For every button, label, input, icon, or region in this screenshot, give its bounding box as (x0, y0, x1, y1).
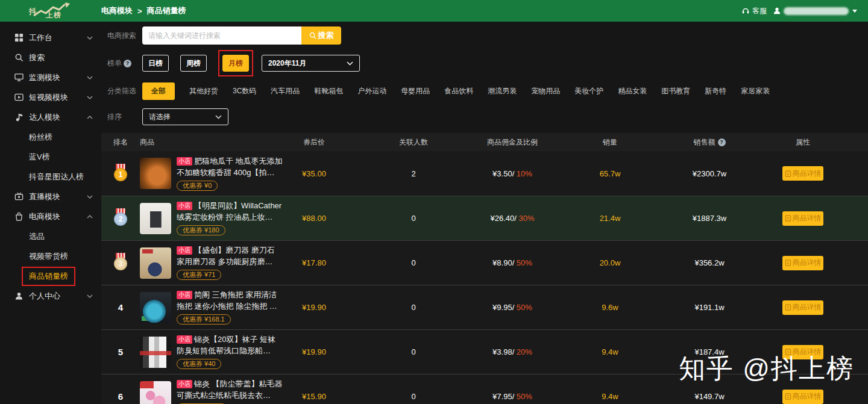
price-cell: ¥15.90 (271, 392, 357, 401)
sidebar-item-live[interactable]: 直播模块 (0, 187, 101, 207)
category-chip[interactable]: 全部 (142, 82, 175, 100)
product-detail-button[interactable]: 商品详情 (782, 256, 823, 270)
shop-badge: 小店 (177, 157, 192, 166)
info-icon: ? (718, 138, 726, 146)
rank-number: 4 (101, 302, 140, 312)
breadcrumb-parent[interactable]: 电商模块 (101, 5, 133, 16)
revenue-cell: ¥191.1w (665, 303, 753, 312)
breadcrumb-separator: > (137, 7, 142, 16)
rank-tab[interactable]: 日榜 (142, 55, 169, 72)
product-title: 小店肥猫地瓜干 地瓜枣无添加 (177, 157, 271, 166)
sales-cell: 65.7w (555, 169, 665, 178)
sidebar-item-bag[interactable]: 电商模块 (0, 207, 101, 226)
category-chip[interactable]: 潮流男装 (488, 86, 517, 96)
category-chip[interactable]: 新奇特 (705, 86, 726, 96)
table-row: 1 小店肥猫地瓜干 地瓜枣无添加 不加糖软糯香甜 400g【拍… 优惠券 ¥0 … (101, 151, 868, 196)
revenue-cell: ¥149.7w (665, 392, 753, 401)
chevron-down-icon (87, 76, 93, 79)
category-chip[interactable]: 食品饮料 (444, 86, 473, 96)
document-icon (785, 215, 791, 222)
user-account-menu[interactable] (773, 7, 857, 15)
category-chip[interactable]: 母婴用品 (401, 86, 430, 96)
category-chip[interactable]: 精品女装 (618, 86, 647, 96)
customer-service-button[interactable]: 客服 (741, 6, 767, 16)
sales-cell: 9.4w (555, 347, 665, 356)
related-people-cell: 0 (357, 303, 470, 312)
sort-select[interactable]: 请选择 (142, 108, 228, 125)
product-title: 小店【盛创】磨刀器 磨刀石 (177, 246, 271, 255)
sidebar-item-monitor[interactable]: 监测模块 (0, 67, 101, 87)
category-chip[interactable]: 3C数码 (233, 86, 256, 96)
sidebar-item-grid[interactable]: 工作台 (0, 28, 101, 48)
rank-medal-bronze: 3 (113, 253, 128, 273)
column-header: 排名 (101, 137, 140, 148)
commission-cell: ¥26.40/ 30% (470, 214, 555, 223)
category-chip[interactable]: 户外运动 (357, 86, 386, 96)
product-image (140, 292, 171, 323)
sidebar-subitem[interactable]: 视频带货榜 (0, 246, 101, 266)
shop-badge: 小店 (177, 291, 192, 299)
column-header: 销售额? (665, 137, 753, 148)
sidebar-subitem[interactable]: 粉丝榜 (0, 127, 101, 147)
document-icon (785, 393, 791, 400)
product-cell: 小店肥猫地瓜干 地瓜枣无添加 不加糖软糯香甜 400g【拍… 优惠券 ¥0 (140, 157, 271, 191)
product-cell: 小店简阁 三角拖把 家用清洁 拖把 迷你小拖把 除尘拖把 … 优惠券 ¥168.… (140, 290, 271, 325)
category-chip[interactable]: 宠物用品 (531, 86, 560, 96)
shop-badge: 小店 (177, 380, 192, 388)
app-logo[interactable]: 抖 上榜 (0, 0, 101, 22)
live-icon (14, 192, 24, 201)
breadcrumb: 电商模块 > 商品销量榜 (101, 5, 186, 16)
chevron-down-icon (215, 115, 222, 119)
keyword-search-input[interactable] (142, 26, 301, 45)
rank-tab[interactable]: 月榜 (222, 55, 249, 72)
sidebar-item-music[interactable]: 达人模块 (0, 107, 101, 127)
product-detail-button[interactable]: 商品详情 (782, 211, 823, 226)
search-icon (14, 53, 24, 62)
sidebar-subitem[interactable]: 选品 (0, 226, 101, 246)
main-content: 电商搜索 搜索 榜单 ? 日榜周榜月榜 2020年11月 分类筛选 全部其他好货… (101, 22, 868, 404)
category-chip[interactable]: 其他好货 (189, 86, 218, 96)
revenue-cell: ¥2300.7w (665, 169, 753, 178)
related-people-cell: 0 (357, 347, 470, 356)
price-cell: ¥88.00 (271, 214, 357, 223)
sidebar-subitem[interactable]: 蓝V榜 (0, 147, 101, 167)
table-row: 3 小店【盛创】磨刀器 磨刀石 家用磨刀器 多功能厨房磨… 优惠券 ¥71 ¥1… (101, 240, 868, 285)
sidebar-subitem[interactable]: 抖音星图达人榜 (0, 167, 101, 187)
category-chip[interactable]: 汽车用品 (271, 86, 300, 96)
headset-icon (741, 7, 750, 15)
rank-type-label: 榜单 ? (107, 58, 137, 69)
sidebar-item-user[interactable]: 个人中心 (0, 286, 101, 306)
product-detail-button[interactable]: 商品详情 (782, 390, 823, 404)
commission-percent: 10% (517, 169, 532, 178)
rank-tab[interactable]: 周榜 (180, 55, 207, 72)
info-icon: ? (124, 60, 131, 67)
related-people-cell: 2 (357, 169, 470, 178)
search-button[interactable]: 搜索 (301, 26, 341, 45)
commission-cell: ¥7.95/ 50% (470, 392, 555, 401)
price-cell: ¥35.00 (271, 169, 357, 178)
category-chip[interactable]: 美妆个护 (574, 86, 603, 96)
shop-badge: 小店 (177, 246, 192, 255)
category-chip[interactable]: 鞋靴箱包 (314, 86, 343, 96)
commission-percent: 30% (518, 214, 534, 223)
commission-percent: 50% (517, 392, 532, 401)
product-detail-button[interactable]: 商品详情 (782, 166, 823, 181)
revenue-cell: ¥356.2w (665, 258, 753, 267)
column-header: 券后价 (271, 137, 357, 148)
product-detail-button[interactable]: 商品详情 (782, 300, 823, 315)
grid-icon (14, 33, 24, 42)
category-chip[interactable]: 图书教育 (661, 86, 690, 96)
month-select[interactable]: 2020年11月 (262, 55, 360, 72)
rank-medal-silver: 2 (113, 208, 128, 228)
related-people-cell: 0 (357, 392, 470, 401)
commission-percent: 50% (517, 258, 532, 267)
sidebar-item-video[interactable]: 短视频模块 (0, 87, 101, 107)
coupon-tag: 优惠券 ¥180 (177, 225, 225, 235)
product-cell: 小店锦炎 【防尘带盖】粘毛器 可撕式粘尘纸粘毛脱去衣… 优惠券 ¥63.1 (140, 379, 271, 404)
sidebar-subitem[interactable]: 商品销量榜 (0, 266, 101, 286)
sidebar-item-search[interactable]: 搜索 (0, 48, 101, 67)
category-chip[interactable]: 家居家装 (741, 86, 770, 96)
commission-percent: 50% (517, 303, 532, 312)
breadcrumb-current: 商品销量榜 (147, 5, 186, 16)
shop-badge: 小店 (177, 335, 192, 344)
